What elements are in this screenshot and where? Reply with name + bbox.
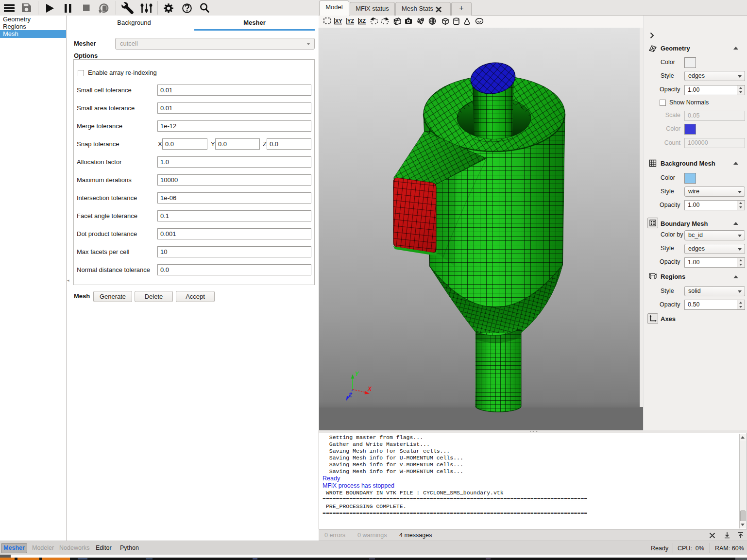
svg-text:Z: Z [348, 392, 353, 399]
svg-text:XY: XY [335, 18, 342, 24]
svg-text:YZ: YZ [347, 18, 354, 24]
svg-text:Y: Y [355, 371, 359, 377]
svg-text:XZ: XZ [359, 18, 366, 24]
svg-text:X: X [367, 386, 372, 392]
